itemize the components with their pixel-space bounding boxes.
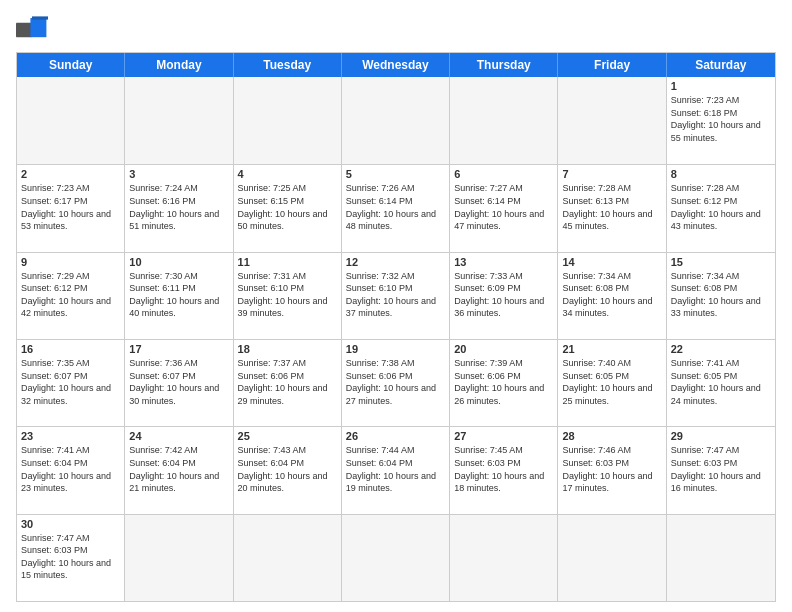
logo — [16, 16, 52, 44]
calendar-day-12: 12Sunrise: 7:32 AMSunset: 6:10 PMDayligh… — [342, 253, 450, 339]
day-info: Sunrise: 7:30 AMSunset: 6:11 PMDaylight:… — [129, 270, 228, 320]
header — [16, 16, 776, 44]
calendar-day-5: 5Sunrise: 7:26 AMSunset: 6:14 PMDaylight… — [342, 165, 450, 251]
day-info: Sunrise: 7:31 AMSunset: 6:10 PMDaylight:… — [238, 270, 337, 320]
calendar-day-2: 2Sunrise: 7:23 AMSunset: 6:17 PMDaylight… — [17, 165, 125, 251]
svg-rect-0 — [16, 23, 32, 37]
day-number: 2 — [21, 168, 120, 180]
day-info: Sunrise: 7:23 AMSunset: 6:17 PMDaylight:… — [21, 182, 120, 232]
day-number: 30 — [21, 518, 120, 530]
day-info: Sunrise: 7:35 AMSunset: 6:07 PMDaylight:… — [21, 357, 120, 407]
day-number: 27 — [454, 430, 553, 442]
day-info: Sunrise: 7:47 AMSunset: 6:03 PMDaylight:… — [21, 532, 120, 582]
day-info: Sunrise: 7:36 AMSunset: 6:07 PMDaylight:… — [129, 357, 228, 407]
day-number: 12 — [346, 256, 445, 268]
weekday-header-sunday: Sunday — [17, 53, 125, 77]
day-info: Sunrise: 7:26 AMSunset: 6:14 PMDaylight:… — [346, 182, 445, 232]
calendar-day-23: 23Sunrise: 7:41 AMSunset: 6:04 PMDayligh… — [17, 427, 125, 513]
weekday-header-friday: Friday — [558, 53, 666, 77]
day-info: Sunrise: 7:32 AMSunset: 6:10 PMDaylight:… — [346, 270, 445, 320]
calendar-day-empty-0-1 — [125, 77, 233, 164]
day-info: Sunrise: 7:27 AMSunset: 6:14 PMDaylight:… — [454, 182, 553, 232]
day-info: Sunrise: 7:45 AMSunset: 6:03 PMDaylight:… — [454, 444, 553, 494]
day-number: 20 — [454, 343, 553, 355]
day-info: Sunrise: 7:29 AMSunset: 6:12 PMDaylight:… — [21, 270, 120, 320]
calendar-day-6: 6Sunrise: 7:27 AMSunset: 6:14 PMDaylight… — [450, 165, 558, 251]
day-number: 26 — [346, 430, 445, 442]
day-number: 25 — [238, 430, 337, 442]
day-info: Sunrise: 7:34 AMSunset: 6:08 PMDaylight:… — [671, 270, 771, 320]
calendar-day-22: 22Sunrise: 7:41 AMSunset: 6:05 PMDayligh… — [667, 340, 775, 426]
calendar-day-21: 21Sunrise: 7:40 AMSunset: 6:05 PMDayligh… — [558, 340, 666, 426]
day-info: Sunrise: 7:43 AMSunset: 6:04 PMDaylight:… — [238, 444, 337, 494]
calendar-day-28: 28Sunrise: 7:46 AMSunset: 6:03 PMDayligh… — [558, 427, 666, 513]
calendar-day-30: 30Sunrise: 7:47 AMSunset: 6:03 PMDayligh… — [17, 515, 125, 601]
calendar-day-25: 25Sunrise: 7:43 AMSunset: 6:04 PMDayligh… — [234, 427, 342, 513]
weekday-header-saturday: Saturday — [667, 53, 775, 77]
calendar-week-2: 9Sunrise: 7:29 AMSunset: 6:12 PMDaylight… — [17, 252, 775, 339]
calendar-day-empty-0-5 — [558, 77, 666, 164]
calendar-week-5: 30Sunrise: 7:47 AMSunset: 6:03 PMDayligh… — [17, 514, 775, 601]
calendar-day-empty-0-3 — [342, 77, 450, 164]
calendar-week-4: 23Sunrise: 7:41 AMSunset: 6:04 PMDayligh… — [17, 426, 775, 513]
generalblue-logo-icon — [16, 16, 48, 44]
day-info: Sunrise: 7:40 AMSunset: 6:05 PMDaylight:… — [562, 357, 661, 407]
page: SundayMondayTuesdayWednesdayThursdayFrid… — [0, 0, 792, 612]
day-number: 21 — [562, 343, 661, 355]
day-number: 16 — [21, 343, 120, 355]
day-number: 13 — [454, 256, 553, 268]
calendar-day-15: 15Sunrise: 7:34 AMSunset: 6:08 PMDayligh… — [667, 253, 775, 339]
weekday-header-monday: Monday — [125, 53, 233, 77]
calendar-day-empty-0-0 — [17, 77, 125, 164]
day-info: Sunrise: 7:23 AMSunset: 6:18 PMDaylight:… — [671, 94, 771, 144]
day-number: 8 — [671, 168, 771, 180]
day-info: Sunrise: 7:44 AMSunset: 6:04 PMDaylight:… — [346, 444, 445, 494]
calendar: SundayMondayTuesdayWednesdayThursdayFrid… — [16, 52, 776, 602]
weekday-header-wednesday: Wednesday — [342, 53, 450, 77]
calendar-day-empty-5-6 — [667, 515, 775, 601]
calendar-day-10: 10Sunrise: 7:30 AMSunset: 6:11 PMDayligh… — [125, 253, 233, 339]
calendar-day-empty-5-4 — [450, 515, 558, 601]
calendar-day-empty-5-2 — [234, 515, 342, 601]
day-number: 24 — [129, 430, 228, 442]
day-info: Sunrise: 7:28 AMSunset: 6:13 PMDaylight:… — [562, 182, 661, 232]
day-number: 10 — [129, 256, 228, 268]
calendar-day-8: 8Sunrise: 7:28 AMSunset: 6:12 PMDaylight… — [667, 165, 775, 251]
day-number: 3 — [129, 168, 228, 180]
day-number: 9 — [21, 256, 120, 268]
day-number: 28 — [562, 430, 661, 442]
calendar-header: SundayMondayTuesdayWednesdayThursdayFrid… — [17, 53, 775, 77]
day-info: Sunrise: 7:38 AMSunset: 6:06 PMDaylight:… — [346, 357, 445, 407]
calendar-day-3: 3Sunrise: 7:24 AMSunset: 6:16 PMDaylight… — [125, 165, 233, 251]
day-number: 4 — [238, 168, 337, 180]
calendar-day-18: 18Sunrise: 7:37 AMSunset: 6:06 PMDayligh… — [234, 340, 342, 426]
calendar-day-17: 17Sunrise: 7:36 AMSunset: 6:07 PMDayligh… — [125, 340, 233, 426]
calendar-day-24: 24Sunrise: 7:42 AMSunset: 6:04 PMDayligh… — [125, 427, 233, 513]
day-info: Sunrise: 7:37 AMSunset: 6:06 PMDaylight:… — [238, 357, 337, 407]
day-number: 23 — [21, 430, 120, 442]
day-info: Sunrise: 7:47 AMSunset: 6:03 PMDaylight:… — [671, 444, 771, 494]
svg-marker-1 — [30, 18, 46, 37]
day-number: 7 — [562, 168, 661, 180]
day-number: 29 — [671, 430, 771, 442]
calendar-day-empty-5-3 — [342, 515, 450, 601]
svg-marker-2 — [32, 16, 48, 19]
calendar-day-13: 13Sunrise: 7:33 AMSunset: 6:09 PMDayligh… — [450, 253, 558, 339]
calendar-week-0: 1Sunrise: 7:23 AMSunset: 6:18 PMDaylight… — [17, 77, 775, 164]
day-number: 19 — [346, 343, 445, 355]
calendar-day-9: 9Sunrise: 7:29 AMSunset: 6:12 PMDaylight… — [17, 253, 125, 339]
day-number: 14 — [562, 256, 661, 268]
calendar-day-4: 4Sunrise: 7:25 AMSunset: 6:15 PMDaylight… — [234, 165, 342, 251]
calendar-day-19: 19Sunrise: 7:38 AMSunset: 6:06 PMDayligh… — [342, 340, 450, 426]
day-number: 11 — [238, 256, 337, 268]
day-info: Sunrise: 7:39 AMSunset: 6:06 PMDaylight:… — [454, 357, 553, 407]
calendar-day-27: 27Sunrise: 7:45 AMSunset: 6:03 PMDayligh… — [450, 427, 558, 513]
day-number: 5 — [346, 168, 445, 180]
calendar-day-7: 7Sunrise: 7:28 AMSunset: 6:13 PMDaylight… — [558, 165, 666, 251]
day-number: 6 — [454, 168, 553, 180]
weekday-header-tuesday: Tuesday — [234, 53, 342, 77]
calendar-day-14: 14Sunrise: 7:34 AMSunset: 6:08 PMDayligh… — [558, 253, 666, 339]
calendar-day-11: 11Sunrise: 7:31 AMSunset: 6:10 PMDayligh… — [234, 253, 342, 339]
day-info: Sunrise: 7:46 AMSunset: 6:03 PMDaylight:… — [562, 444, 661, 494]
calendar-day-29: 29Sunrise: 7:47 AMSunset: 6:03 PMDayligh… — [667, 427, 775, 513]
